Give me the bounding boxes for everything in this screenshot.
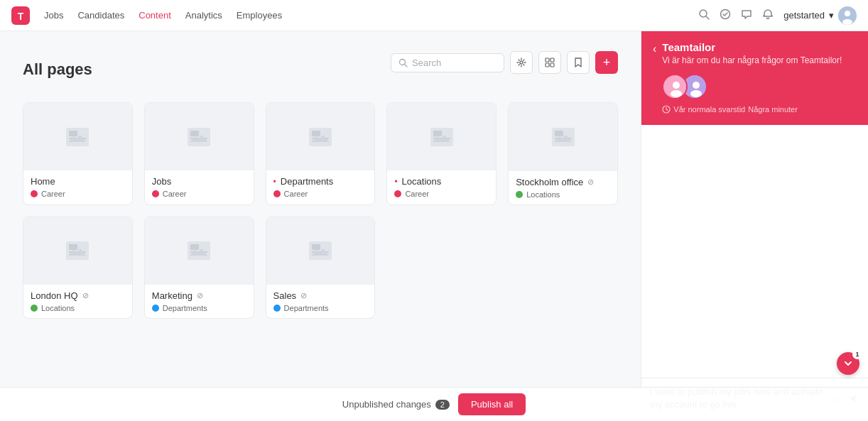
nav-candidates[interactable]: Candidates: [77, 7, 124, 23]
page-card[interactable]: •Departments Career: [266, 102, 376, 205]
grid-icon-btn[interactable]: [538, 51, 561, 74]
page-name: Jobs: [152, 176, 246, 187]
page-thumbnail: [145, 103, 254, 170]
checkmark-icon[interactable]: [720, 9, 731, 23]
chat-back-button[interactable]: ‹: [653, 43, 656, 55]
page-card[interactable]: •Locations Career: [386, 102, 497, 205]
main-layout: All pages Search: [0, 31, 868, 421]
svg-rect-11: [546, 58, 549, 62]
nav-content[interactable]: Content: [139, 7, 171, 23]
svg-rect-20: [190, 131, 199, 136]
publish-all-button[interactable]: Publish all: [458, 393, 526, 415]
svg-point-51: [693, 82, 700, 89]
lock-icon: ⊘: [82, 291, 89, 300]
tag-dot: [152, 305, 159, 312]
page-tag: Departments: [273, 304, 368, 312]
svg-point-49: [671, 90, 682, 97]
svg-rect-35: [66, 241, 89, 260]
add-page-button[interactable]: +: [595, 51, 618, 74]
page-tag: Career: [152, 190, 246, 198]
toolbar: Search: [391, 51, 618, 74]
bottom-bar: Unpublished changes 2 Publish all: [0, 387, 868, 421]
page-card[interactable]: London HQ⊘ Locations: [23, 217, 133, 319]
search-icon[interactable]: [698, 9, 710, 23]
svg-rect-23: [309, 128, 332, 146]
bookmark-icon-btn[interactable]: [567, 51, 590, 74]
search-icon: [398, 58, 408, 67]
scroll-badge: 1: [852, 349, 862, 359]
search-box[interactable]: Search: [391, 53, 504, 72]
page-card[interactable]: Jobs Career: [144, 102, 254, 205]
page-thumbnail: [145, 217, 254, 285]
page-card[interactable]: Sales⊘ Departments: [266, 217, 376, 319]
scroll-badge-count: 1: [855, 351, 859, 358]
scroll-down-button[interactable]: 1: [837, 352, 859, 375]
svg-rect-16: [69, 131, 77, 136]
unpublished-label: Unpublished changes 2: [342, 399, 450, 410]
tag-label: Locations: [526, 190, 560, 199]
page-info: •Departments Career: [266, 170, 375, 204]
svg-rect-24: [312, 131, 320, 136]
page-card[interactable]: Home Career: [23, 102, 133, 205]
svg-rect-14: [550, 63, 554, 67]
svg-rect-19: [188, 128, 210, 146]
svg-line-9: [405, 65, 407, 67]
svg-point-6: [845, 11, 850, 16]
topnav-links: Jobs Candidates Content Analytics Employ…: [44, 7, 684, 23]
page-name: Stockholm office⊘: [516, 177, 610, 187]
page-thumbnail: [23, 103, 132, 170]
tag-label: Departments: [163, 304, 207, 312]
svg-point-8: [400, 59, 406, 65]
bell-icon[interactable]: [762, 9, 774, 23]
svg-rect-28: [433, 131, 442, 136]
svg-point-7: [842, 19, 852, 25]
nav-jobs[interactable]: Jobs: [44, 7, 63, 23]
topnav-right: getstarted ▾: [698, 6, 857, 25]
nav-analytics[interactable]: Analytics: [185, 7, 222, 23]
page-info: Jobs Career: [145, 170, 254, 204]
page-thumbnail: [23, 217, 132, 285]
page-card[interactable]: Stockholm office⊘ Locations: [508, 102, 618, 205]
svg-text:T: T: [18, 11, 24, 22]
page-thumbnail: [266, 217, 375, 285]
tag-dot: [273, 305, 281, 312]
tag-dot: [31, 190, 38, 197]
settings-icon-btn[interactable]: [510, 51, 533, 74]
page-card[interactable]: Marketing⊘ Departments: [144, 217, 254, 319]
svg-rect-15: [66, 128, 89, 146]
svg-rect-32: [555, 131, 563, 136]
page-name: •Locations: [394, 176, 489, 187]
chat-brand-sub: Vi är här om du har några frågor om Team…: [662, 55, 857, 67]
page-tag: Locations: [516, 190, 610, 199]
svg-point-52: [690, 90, 702, 97]
clock-icon: [662, 105, 671, 114]
lock-icon: ⊘: [587, 177, 594, 187]
user-menu[interactable]: getstarted ▾: [783, 6, 857, 25]
tag-dot: [273, 190, 281, 197]
svg-rect-39: [188, 241, 210, 260]
user-avatar: [838, 6, 857, 25]
chat-header: ‹ Teamtailor Vi är här om du har några f…: [641, 31, 868, 125]
page-tag: Career: [273, 190, 368, 198]
tag-label: Career: [163, 190, 187, 198]
page-info: Stockholm office⊘ Locations: [509, 171, 617, 204]
search-placeholder: Search: [412, 58, 441, 68]
app-logo[interactable]: T: [11, 6, 30, 25]
tag-label: Locations: [41, 304, 75, 312]
unpublished-badge: 2: [435, 400, 450, 410]
page-tag: Locations: [31, 304, 125, 312]
page-tag: Career: [31, 190, 125, 198]
chat-icon[interactable]: [741, 9, 752, 23]
tag-label: Departments: [284, 304, 329, 312]
page-tag: Departments: [152, 304, 246, 312]
page-name: Home: [31, 176, 125, 187]
svg-rect-13: [546, 63, 549, 67]
page-title: All pages: [23, 60, 391, 79]
page-info: •Locations Career: [387, 170, 496, 204]
page-name: •Departments: [273, 176, 368, 187]
chat-brand-name: Teamtailor: [662, 41, 857, 53]
nav-employees[interactable]: Employees: [237, 7, 282, 23]
svg-rect-40: [190, 244, 199, 250]
svg-line-3: [706, 16, 709, 19]
chevron-down-icon: ▾: [829, 10, 834, 21]
